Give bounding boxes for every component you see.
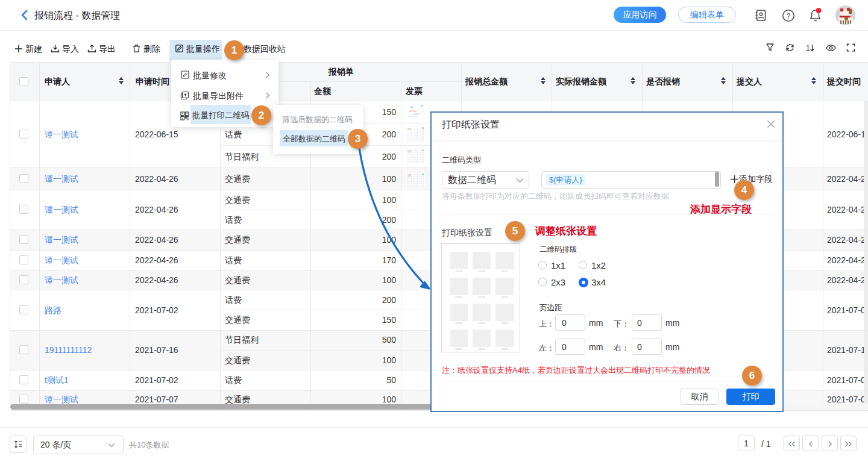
- svg-text:1: 1: [806, 44, 810, 52]
- svg-text:?: ?: [787, 12, 791, 20]
